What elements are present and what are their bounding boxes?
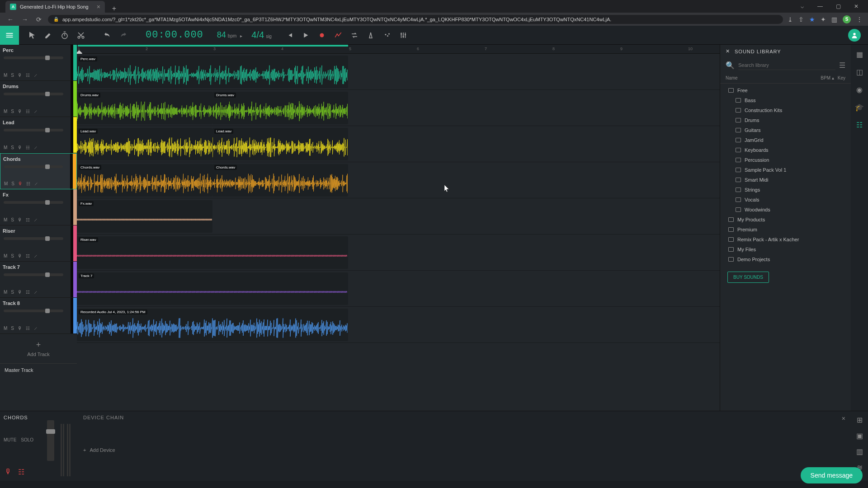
new-tab-button[interactable]: + <box>108 5 120 13</box>
track-header[interactable]: Lead M S 🎙 ☷ ⟋ <box>0 117 77 153</box>
send-message-button[interactable]: Send message <box>801 467 863 483</box>
track-header[interactable]: Chords M S 🎙 ☷ ⟋ <box>0 153 77 189</box>
record-arm-icon[interactable]: 🎙 <box>18 290 22 295</box>
track-eq-icon[interactable]: ☷ <box>26 73 30 78</box>
column-name[interactable]: Name <box>726 75 821 80</box>
library-folder[interactable]: Sample Pack Vol 1 <box>720 165 851 175</box>
track-lane[interactable]: Drums.wavDrums.wav <box>77 90 720 126</box>
track-lane[interactable]: Track 7 <box>77 271 720 307</box>
browser-tab[interactable]: A Generated Lo-Fi Hip Hop Song × <box>5 1 105 13</box>
record-arm-icon[interactable]: 🎙 <box>18 217 22 222</box>
audio-clip[interactable]: Drums.wav <box>212 92 348 124</box>
track-lane[interactable]: Recorded Audio Jul 4, 2023, 1:24:56 PM <box>77 307 720 343</box>
install-icon[interactable]: ⤓ <box>788 16 793 23</box>
mute-toggle[interactable]: M <box>4 73 7 78</box>
solo-toggle[interactable]: S <box>11 109 14 114</box>
effects-icon[interactable]: ◫ <box>856 68 863 76</box>
pencil-tool-icon[interactable] <box>44 31 52 39</box>
track-header[interactable]: Perc M S 🎙 ☷ ⟋ <box>0 45 77 81</box>
track-header[interactable]: Riser M S 🎙 ☷ ⟋ <box>0 225 77 262</box>
add-track-button[interactable]: +Add Track <box>0 334 77 363</box>
library-folder[interactable]: Strings <box>720 185 851 195</box>
track-volume-slider[interactable] <box>4 237 63 240</box>
column-key[interactable]: Key <box>838 75 845 80</box>
back-icon[interactable]: ← <box>5 15 15 24</box>
metronome-icon[interactable] <box>367 31 375 39</box>
record-arm-icon[interactable]: 🎙 <box>18 181 23 186</box>
reload-icon[interactable]: ⟳ <box>34 15 43 24</box>
automation-toggle-icon[interactable]: ⟋ <box>33 145 38 150</box>
chevron-down-icon[interactable]: ⌵ <box>795 2 809 11</box>
solo-toggle[interactable]: S <box>11 217 14 222</box>
timeline-area[interactable]: 12345678910 Perc.wavDrums.wavDrums.wavLe… <box>77 45 720 411</box>
library-folder[interactable]: My Products <box>720 215 851 225</box>
record-arm-icon[interactable]: 🎙 <box>18 326 22 331</box>
library-folder[interactable]: Premium <box>720 225 851 235</box>
track-volume-slider[interactable] <box>4 165 63 168</box>
library-folder[interactable]: Bass <box>720 95 851 105</box>
track-header[interactable]: Track 8 M S 🎙 ☷ ⟋ <box>0 298 77 334</box>
track-volume-slider[interactable] <box>4 93 63 95</box>
solo-toggle[interactable]: S <box>11 145 14 150</box>
forward-icon[interactable]: → <box>20 15 30 24</box>
track-lane[interactable]: Perc.wav <box>77 54 720 90</box>
track-eq-icon[interactable]: ☷ <box>26 253 30 258</box>
close-library-icon[interactable]: ✕ <box>726 48 730 54</box>
library-folder[interactable]: Free <box>720 85 851 95</box>
timecode-display[interactable]: 00:00.000 <box>137 29 212 41</box>
automation-icon[interactable] <box>334 31 342 39</box>
volume-fader[interactable] <box>47 420 54 461</box>
loop-icon[interactable] <box>350 31 359 39</box>
audio-clip[interactable]: Recorded Audio Jul 4, 2023, 1:24:56 PM <box>77 309 348 341</box>
solo-toggle[interactable]: S <box>11 181 14 186</box>
audio-clip[interactable]: Riser.wav <box>77 236 348 269</box>
track-header[interactable]: Drums M S 🎙 ☷ ⟋ <box>0 81 77 117</box>
track-lane[interactable]: Lead.wavLead.wav <box>77 126 720 162</box>
record-arm-icon[interactable]: 🎙 <box>5 468 12 476</box>
track-volume-slider[interactable] <box>4 56 63 59</box>
rewind-icon[interactable] <box>285 31 293 39</box>
audio-clip[interactable]: Drums.wav <box>77 92 212 124</box>
play-icon[interactable] <box>302 31 310 39</box>
solo-toggle[interactable]: S <box>11 253 14 258</box>
eq-icon[interactable]: ☷ <box>18 468 24 476</box>
automation-toggle-icon[interactable]: ⟋ <box>33 326 38 331</box>
redo-icon[interactable] <box>119 31 127 39</box>
user-profile-button[interactable] <box>848 29 861 42</box>
mute-toggle[interactable]: M <box>4 145 7 150</box>
minimize-icon[interactable]: — <box>813 2 827 11</box>
loop-region[interactable] <box>78 45 348 47</box>
audio-clip[interactable]: Lead.wav <box>77 128 212 160</box>
buy-sounds-button[interactable]: BUY SOUNDS <box>727 272 769 283</box>
maximize-icon[interactable]: ▢ <box>831 2 845 11</box>
close-window-icon[interactable]: ✕ <box>849 2 863 11</box>
bookmark-icon[interactable]: ★ <box>809 16 815 23</box>
undo-icon[interactable] <box>103 31 111 39</box>
library-folder[interactable]: Woodwinds <box>720 205 851 215</box>
mute-button[interactable]: MUTE <box>4 437 16 442</box>
instrument-icon[interactable]: ▦ <box>856 50 863 59</box>
automation-toggle-icon[interactable]: ⟋ <box>34 181 38 186</box>
cut-tool-icon[interactable] <box>77 31 85 39</box>
track-eq-icon[interactable]: ☷ <box>26 181 30 186</box>
solo-button[interactable]: SOLO <box>21 437 33 442</box>
piano-icon[interactable]: ▥ <box>856 447 863 456</box>
track-eq-icon[interactable]: ☷ <box>26 290 30 295</box>
audio-clip[interactable]: Chords.wav <box>77 164 212 197</box>
mixer-icon[interactable] <box>399 31 407 39</box>
track-eq-icon[interactable]: ☷ <box>26 217 30 222</box>
track-eq-icon[interactable]: ☷ <box>26 145 30 150</box>
master-track-label[interactable]: Master Track <box>0 363 77 376</box>
bpm-stepper-icon[interactable]: ▸ <box>240 33 242 38</box>
mute-toggle[interactable]: M <box>4 109 7 114</box>
close-tab-icon[interactable]: × <box>97 3 100 10</box>
library-folder[interactable]: Smart Midi <box>720 175 851 185</box>
tracks-view[interactable]: Perc.wavDrums.wavDrums.wavLead.wavLead.w… <box>77 54 720 343</box>
add-device-button[interactable]: + Add Device <box>83 447 844 453</box>
menu-icon[interactable]: ⋮ <box>856 16 863 23</box>
sidepanel-icon[interactable]: ▥ <box>831 16 837 23</box>
mute-toggle[interactable]: M <box>4 326 7 331</box>
bpm-display[interactable]: 84 bpm ▸ <box>212 30 247 40</box>
library-icon[interactable]: ☷ <box>856 121 863 129</box>
track-lane[interactable]: Riser.wav <box>77 235 720 271</box>
